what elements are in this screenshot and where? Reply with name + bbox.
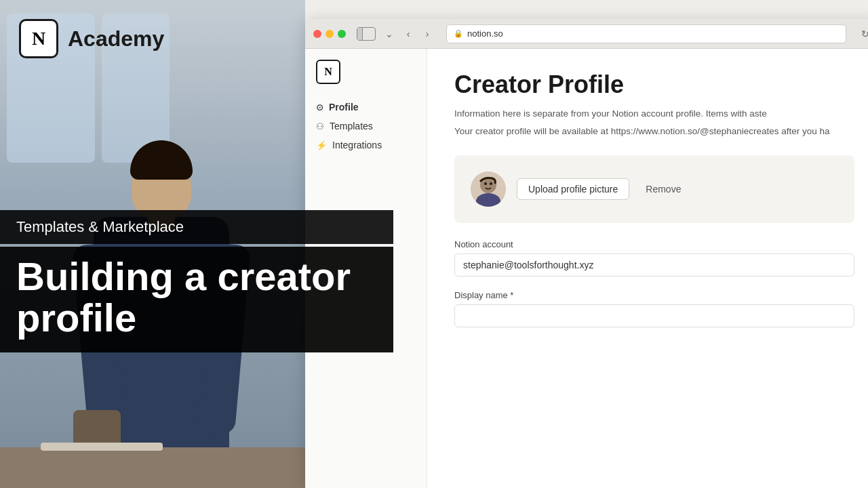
svg-point-4 [490,182,492,185]
notion-account-input[interactable] [454,253,854,277]
page-title: Creator Profile [454,70,854,99]
banner-main: Building a creator profile [0,247,393,352]
sidebar-item-templates-label: Templates [330,121,373,131]
notion-account-field: Notion account [454,239,854,277]
browser-main: Creator Profile Information here is sepa… [427,49,868,488]
academy-label: Academy [68,26,164,52]
lock-icon: 🔒 [454,29,463,38]
address-bar[interactable]: 🔒 notion.so [446,24,846,43]
refresh-button[interactable]: ↻ [857,26,868,42]
notion-sidebar-icon: N [316,60,340,84]
avatar [471,171,506,207]
traffic-lights [313,30,346,38]
maximize-button[interactable] [338,30,346,38]
sidebar-item-profile[interactable]: ⊙ Profile [305,98,427,117]
sidebar-item-integrations-label: Integrations [332,140,382,150]
upload-profile-picture-button[interactable]: Upload profile picture [517,178,629,200]
display-name-field: Display name * [454,290,854,327]
sidebar-toggle-button[interactable] [357,27,376,41]
banner-main-text: Building a creator profile [16,256,377,339]
display-name-input[interactable] [454,304,854,327]
profile-picture-section: Upload profile picture Remove [454,155,854,223]
notion-logo: N [19,19,58,58]
sidebar-item-templates[interactable]: ⚇ Templates [305,117,427,136]
page-description-2: Your creator profile will be available a… [454,125,854,138]
notion-letter: N [32,28,45,49]
notion-account-label: Notion account [454,239,854,249]
overlay-banners: Templates & Marketplace Building a creat… [0,210,393,352]
browser-controls: ⌄ ‹ › [357,26,435,42]
remove-picture-button[interactable]: Remove [646,184,681,195]
banner-top-text: Templates & Marketplace [16,218,184,235]
profile-pic-row: Upload profile picture Remove [471,171,838,207]
close-button[interactable] [313,30,321,38]
profile-icon: ⊙ [316,102,323,113]
back-button[interactable]: ‹ [400,26,416,42]
sidebar-item-profile-label: Profile [329,102,359,113]
nav-chevron-down-icon[interactable]: ⌄ [381,26,397,42]
integrations-icon: ⚡ [316,140,327,150]
svg-point-3 [484,182,487,185]
display-name-label: Display name * [454,290,854,300]
avatar-image [471,171,506,207]
page-description-1: Information here is separate from your N… [454,107,854,121]
browser-chrome: ⌄ ‹ › 🔒 notion.so ↻ [305,19,868,49]
forward-button[interactable]: › [419,26,435,42]
logo-area: N Academy [19,19,164,58]
sidebar-item-integrations[interactable]: ⚡ Integrations [305,136,427,155]
banner-top: Templates & Marketplace [0,210,393,244]
templates-icon: ⚇ [316,121,324,131]
url-text: notion.so [467,28,503,39]
minimize-button[interactable] [326,30,334,38]
